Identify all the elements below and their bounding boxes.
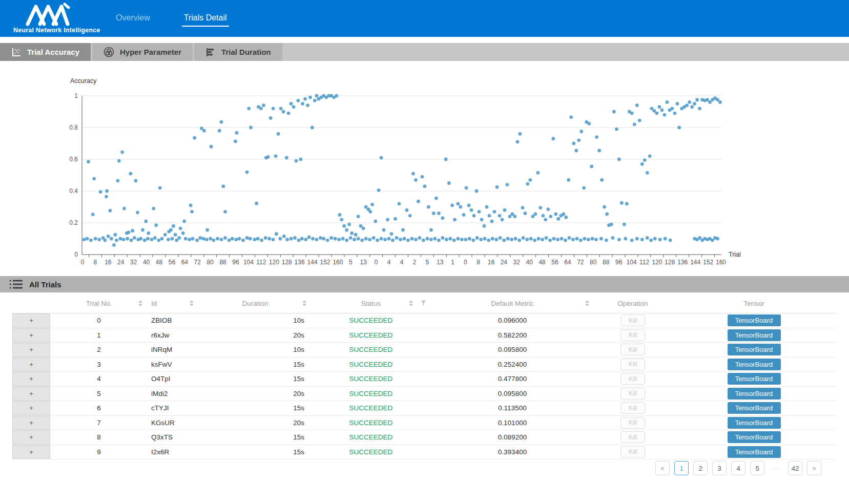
scatter-point bbox=[174, 233, 177, 237]
kill-button[interactable]: Kill bbox=[620, 359, 645, 370]
nni-brand: Neural Network Intelligence bbox=[13, 2, 93, 34]
tab-trial-duration[interactable]: Trial Duration bbox=[194, 43, 282, 61]
scatter-point bbox=[655, 112, 659, 115]
scatter-point bbox=[471, 239, 475, 242]
tensorboard-button[interactable]: TensorBoard bbox=[728, 359, 781, 370]
scatter-point bbox=[287, 112, 291, 115]
scatter-point bbox=[529, 237, 533, 241]
page-button-4[interactable]: 4 bbox=[731, 461, 746, 475]
trials-table: Trial No.IdDurationStatusDefault MetricO… bbox=[12, 293, 837, 459]
page-button-1[interactable]: 1 bbox=[674, 461, 689, 475]
scatter-point bbox=[322, 237, 325, 241]
row-expander-button[interactable]: + bbox=[12, 445, 50, 459]
scatter-point bbox=[579, 130, 583, 133]
row-expander-button[interactable]: + bbox=[12, 343, 50, 357]
tensorboard-button[interactable]: TensorBoard bbox=[728, 431, 781, 443]
scatter-point bbox=[87, 160, 90, 163]
scatter-point bbox=[472, 214, 476, 218]
scatter-point bbox=[456, 202, 460, 205]
column-header-id[interactable]: Id bbox=[148, 293, 199, 313]
scatter-point bbox=[498, 214, 502, 218]
sort-carets-icon[interactable] bbox=[138, 300, 142, 306]
row-expander-button[interactable]: + bbox=[12, 416, 50, 430]
table-row: +4O4TpI15sSUCCEEDED0.477800KillTensorBoa… bbox=[12, 372, 837, 387]
sort-carets-icon[interactable] bbox=[302, 300, 306, 306]
scatter-point bbox=[583, 237, 587, 241]
kill-button[interactable]: Kill bbox=[620, 417, 645, 429]
row-expander-button[interactable]: + bbox=[12, 387, 50, 401]
sort-carets-icon[interactable] bbox=[409, 300, 413, 306]
kill-button[interactable]: Kill bbox=[620, 446, 645, 458]
row-expander-button[interactable]: + bbox=[12, 430, 50, 445]
status-badge: SUCCEEDED bbox=[349, 404, 393, 412]
filter-funnel-icon[interactable] bbox=[421, 301, 426, 306]
scatter-point bbox=[245, 171, 249, 174]
tab-trial-accuracy[interactable]: Trial Accuracy bbox=[0, 43, 91, 61]
scatter-point bbox=[326, 239, 329, 242]
column-header-default-metric[interactable]: Default Metric bbox=[430, 293, 594, 313]
row-expander-button[interactable]: + bbox=[12, 372, 50, 386]
scatter-point bbox=[82, 238, 86, 241]
pagination-ellipsis[interactable]: ··· bbox=[769, 461, 783, 475]
tensorboard-button[interactable]: TensorBoard bbox=[728, 417, 781, 429]
prev-page-button[interactable]: < bbox=[655, 461, 670, 475]
scatter-point bbox=[112, 243, 116, 247]
x-tick-label: 128 bbox=[665, 259, 675, 266]
kill-button[interactable]: Kill bbox=[620, 402, 645, 414]
kill-button[interactable]: Kill bbox=[620, 431, 645, 443]
scatter-point bbox=[304, 238, 307, 241]
tensorboard-button[interactable]: TensorBoard bbox=[728, 373, 781, 385]
scatter-point bbox=[209, 237, 212, 241]
column-label: Status bbox=[361, 300, 381, 307]
scatter-point bbox=[134, 179, 137, 182]
scatter-point bbox=[191, 237, 195, 241]
row-expander-button[interactable]: + bbox=[12, 358, 50, 372]
cell-duration: 15s bbox=[199, 445, 312, 459]
nav-tab-trials-detail[interactable]: Trials Detail bbox=[182, 10, 229, 27]
sort-carets-icon[interactable] bbox=[585, 300, 589, 306]
page-button-3[interactable]: 3 bbox=[712, 461, 727, 475]
page-button-5[interactable]: 5 bbox=[750, 461, 764, 475]
kill-button[interactable]: Kill bbox=[620, 344, 645, 355]
tensorboard-button[interactable]: TensorBoard bbox=[728, 446, 781, 458]
x-tick-label: 48 bbox=[539, 259, 546, 266]
tensorboard-button[interactable]: TensorBoard bbox=[728, 329, 781, 341]
scatter-point bbox=[475, 190, 479, 193]
tab-hyper-parameter[interactable]: Hyper Parameter bbox=[92, 43, 193, 61]
cell-tensor: TensorBoard bbox=[671, 445, 837, 459]
kill-button[interactable]: Kill bbox=[620, 329, 645, 341]
tensorboard-button[interactable]: TensorBoard bbox=[728, 402, 781, 414]
row-expander-button[interactable]: + bbox=[12, 313, 50, 328]
column-header-status[interactable]: Status bbox=[312, 293, 430, 313]
scatter-point bbox=[615, 128, 618, 131]
y-tick-label: 0 bbox=[74, 251, 78, 258]
kill-button[interactable]: Kill bbox=[620, 388, 645, 400]
column-header-duration[interactable]: Duration bbox=[199, 293, 312, 313]
tensorboard-button[interactable]: TensorBoard bbox=[728, 314, 781, 326]
scatter-point bbox=[429, 238, 433, 241]
page-button-42[interactable]: 42 bbox=[788, 461, 802, 475]
column-header-trial-no-[interactable]: Trial No. bbox=[50, 293, 148, 313]
tensorboard-button[interactable]: TensorBoard bbox=[728, 344, 781, 355]
row-expander-button[interactable]: + bbox=[12, 401, 50, 415]
page-button-2[interactable]: 2 bbox=[693, 461, 708, 475]
x-tick-label: 16 bbox=[105, 259, 112, 266]
scatter-point bbox=[390, 232, 394, 236]
scatter-point bbox=[335, 94, 338, 98]
x-tick-label: 56 bbox=[169, 259, 176, 266]
nav-tab-overview[interactable]: Overview bbox=[114, 10, 152, 27]
kill-button[interactable]: Kill bbox=[620, 314, 645, 326]
row-expander-button[interactable]: + bbox=[12, 328, 50, 343]
scatter-point bbox=[517, 239, 521, 242]
kill-button[interactable]: Kill bbox=[620, 373, 645, 385]
status-badge: SUCCEEDED bbox=[349, 346, 393, 353]
tensorboard-button[interactable]: TensorBoard bbox=[728, 388, 781, 400]
scatter-point bbox=[525, 238, 529, 241]
scatter-point bbox=[272, 238, 275, 241]
cell-duration: 15s bbox=[199, 401, 312, 415]
scatter-point bbox=[227, 239, 231, 242]
scatter-point bbox=[234, 140, 237, 143]
next-page-button[interactable]: > bbox=[807, 461, 821, 475]
sort-carets-icon[interactable] bbox=[190, 300, 194, 306]
all-trials-header: All Trials bbox=[0, 276, 849, 292]
